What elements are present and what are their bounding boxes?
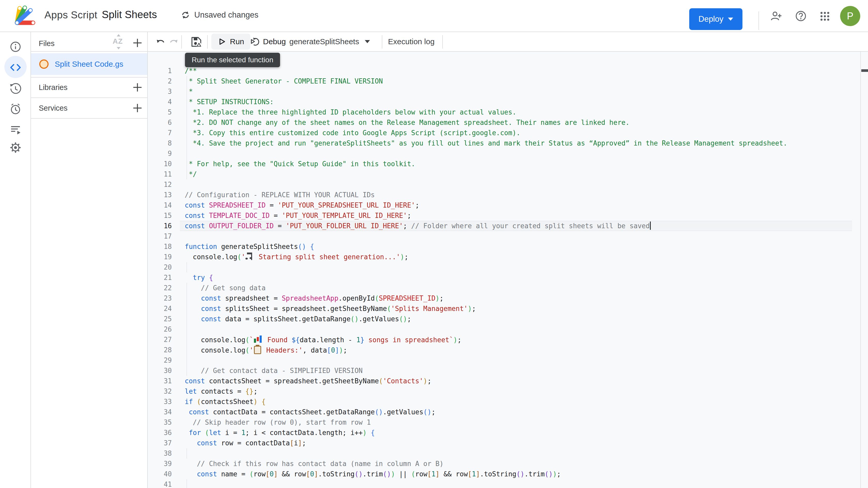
code-line-21[interactable]: 21 try { bbox=[148, 272, 861, 283]
undo-icon[interactable] bbox=[156, 37, 166, 47]
code-line-16[interactable]: 16const OUTPUT_FOLDER_ID = 'PUT_YOUR_FOL… bbox=[148, 221, 861, 231]
debug-button[interactable]: Debug bbox=[247, 34, 288, 50]
execution-log-button[interactable]: Execution log bbox=[388, 34, 435, 50]
line-number[interactable]: 29 bbox=[148, 355, 172, 366]
code-line-32[interactable]: 32let contacts = {}; bbox=[148, 386, 861, 397]
code-line-30[interactable]: 30 // Get contact data - SIMPLIFIED VERS… bbox=[148, 366, 861, 376]
line-number[interactable]: 3 bbox=[148, 86, 172, 97]
code-text[interactable]: // Configuration - REPLACE WITH YOUR ACT… bbox=[185, 190, 375, 200]
code-line-20[interactable]: 20 bbox=[148, 262, 861, 272]
code-line-11[interactable]: 11 */ bbox=[148, 169, 861, 179]
line-number[interactable]: 8 bbox=[148, 138, 172, 148]
share-add-user-icon[interactable] bbox=[770, 10, 782, 22]
help-icon[interactable] bbox=[795, 10, 807, 22]
code-text[interactable]: const name = (row[0] && row[0].toString(… bbox=[185, 469, 561, 479]
code-line-22[interactable]: 22 // Get song data bbox=[148, 283, 861, 293]
code-line-9[interactable]: 9 bbox=[148, 148, 861, 159]
code-text[interactable]: const row = contactData[i]; bbox=[185, 438, 306, 448]
code-text[interactable]: */ bbox=[185, 169, 197, 179]
code-line-14[interactable]: 14const SPREADSHEET_ID = 'PUT_YOUR_SPREA… bbox=[148, 200, 861, 210]
save-project-icon[interactable] bbox=[190, 36, 203, 48]
code-text[interactable]: let contacts = {}; bbox=[185, 386, 257, 397]
code-text[interactable]: *3. Copy this entire customized code int… bbox=[185, 128, 520, 138]
code-text[interactable]: /** bbox=[185, 66, 197, 76]
line-number[interactable]: 1 bbox=[148, 66, 172, 76]
code-text[interactable]: const spreadsheet = SpreadsheetApp.openB… bbox=[185, 293, 443, 304]
code-line-4[interactable]: 4 * SETUP INSTRUCTIONS: bbox=[148, 97, 861, 107]
line-number[interactable]: 35 bbox=[148, 417, 172, 428]
line-number[interactable]: 6 bbox=[148, 117, 172, 128]
code-line-26[interactable]: 26 bbox=[148, 324, 861, 335]
code-area[interactable]: 1/**2 * Split Sheet Generator - COMPLETE… bbox=[148, 66, 861, 488]
code-line-33[interactable]: 33if (contactsSheet) { bbox=[148, 397, 861, 407]
code-line-18[interactable]: 18function generateSplitSheets() { bbox=[148, 241, 861, 252]
line-number[interactable]: 17 bbox=[148, 231, 172, 241]
code-line-37[interactable]: 37 const row = contactData[i]; bbox=[148, 438, 861, 448]
line-number[interactable]: 16 bbox=[148, 221, 172, 231]
code-text[interactable]: function generateSplitSheets() { bbox=[185, 241, 314, 252]
code-line-6[interactable]: 6 *2. DO NOT change any of the sheet nam… bbox=[148, 117, 861, 128]
code-line-35[interactable]: 35 // Skip header row (row 0), start fro… bbox=[148, 417, 861, 428]
code-text[interactable]: const contactsSheet = spreadsheet.getShe… bbox=[185, 376, 431, 386]
code-line-38[interactable]: 38 bbox=[148, 448, 861, 459]
line-number[interactable]: 9 bbox=[148, 148, 172, 159]
line-number[interactable]: 27 bbox=[148, 335, 172, 345]
code-text[interactable]: try { bbox=[185, 272, 213, 283]
code-line-40[interactable]: 40 const name = (row[0] && row[0].toStri… bbox=[148, 469, 861, 479]
line-number[interactable]: 25 bbox=[148, 314, 172, 324]
nav-overview-icon[interactable] bbox=[9, 41, 22, 53]
code-text[interactable]: * SETUP INSTRUCTIONS: bbox=[185, 97, 274, 107]
line-number[interactable]: 18 bbox=[148, 241, 172, 252]
file-item-split-sheet-code[interactable]: Split Sheet Code.gs bbox=[31, 53, 147, 75]
code-line-1[interactable]: 1/** bbox=[148, 66, 861, 76]
code-text[interactable]: console.log(' Headers:', data[0]); bbox=[185, 345, 347, 355]
code-text[interactable]: const contactData = contactsSheet.getDat… bbox=[185, 407, 436, 417]
line-number[interactable]: 2 bbox=[148, 76, 172, 86]
line-number[interactable]: 7 bbox=[148, 128, 172, 138]
line-number[interactable]: 23 bbox=[148, 293, 172, 304]
project-title[interactable]: Split Sheets bbox=[102, 9, 157, 21]
code-text[interactable]: const SPREADSHEET_ID = 'PUT_YOUR_SPREADS… bbox=[185, 200, 419, 210]
code-line-5[interactable]: 5 *1. Replace the three highlighted ID p… bbox=[148, 107, 861, 117]
line-number[interactable]: 24 bbox=[148, 304, 172, 314]
editor-scrollbar[interactable] bbox=[860, 52, 868, 488]
code-line-3[interactable]: 3 * bbox=[148, 86, 861, 97]
nav-triggers-icon[interactable] bbox=[9, 103, 22, 115]
nav-editor-code-icon[interactable] bbox=[9, 61, 22, 74]
code-line-12[interactable]: 12 bbox=[148, 179, 861, 190]
code-line-8[interactable]: 8 *4. Save the project and run "generate… bbox=[148, 138, 861, 148]
code-text[interactable]: * Split Sheet Generator - COMPLETE FINAL… bbox=[185, 76, 383, 86]
redo-icon[interactable] bbox=[168, 37, 178, 47]
code-text[interactable]: if (contactsSheet) { bbox=[185, 397, 266, 407]
line-number[interactable]: 41 bbox=[148, 479, 172, 488]
code-line-29[interactable]: 29 bbox=[148, 355, 861, 366]
code-line-27[interactable]: 27 console.log(` Found ${data.length - 1… bbox=[148, 335, 861, 345]
code-text[interactable]: const data = splitsSheet.getDataRange().… bbox=[185, 314, 411, 324]
line-number[interactable]: 19 bbox=[148, 252, 172, 262]
line-number[interactable]: 14 bbox=[148, 200, 172, 210]
line-number[interactable]: 11 bbox=[148, 169, 172, 179]
code-line-10[interactable]: 10 * For help, see the "Quick Setup Guid… bbox=[148, 159, 861, 169]
line-number[interactable]: 5 bbox=[148, 107, 172, 117]
code-line-13[interactable]: 13// Configuration - REPLACE WITH YOUR A… bbox=[148, 190, 861, 200]
google-apps-grid-icon[interactable] bbox=[819, 11, 830, 22]
code-text[interactable]: const splitsSheet = spreadsheet.getSheet… bbox=[185, 304, 476, 314]
line-number[interactable]: 12 bbox=[148, 179, 172, 190]
line-number[interactable]: 40 bbox=[148, 469, 172, 479]
code-line-41[interactable]: 41 bbox=[148, 479, 861, 488]
line-number[interactable]: 28 bbox=[148, 345, 172, 355]
code-line-17[interactable]: 17 bbox=[148, 231, 861, 241]
line-number[interactable]: 21 bbox=[148, 272, 172, 283]
add-file-icon[interactable] bbox=[132, 38, 143, 48]
code-text[interactable]: console.log(' Starting split sheet gener… bbox=[185, 252, 408, 262]
line-number[interactable]: 32 bbox=[148, 386, 172, 397]
code-text[interactable]: const OUTPUT_FOLDER_ID = 'PUT_YOUR_FOLDE… bbox=[185, 221, 651, 231]
code-text[interactable]: // Check if this row has contact data (n… bbox=[185, 459, 443, 469]
function-selector-dropdown[interactable]: generateSplitSheets bbox=[289, 34, 370, 50]
line-number[interactable]: 33 bbox=[148, 397, 172, 407]
code-line-39[interactable]: 39 // Check if this row has contact data… bbox=[148, 459, 861, 469]
line-number[interactable]: 20 bbox=[148, 262, 172, 272]
line-number[interactable]: 30 bbox=[148, 366, 172, 376]
code-line-31[interactable]: 31const contactsSheet = spreadsheet.getS… bbox=[148, 376, 861, 386]
code-text[interactable]: // Skip header row (row 0), start from r… bbox=[185, 417, 371, 428]
